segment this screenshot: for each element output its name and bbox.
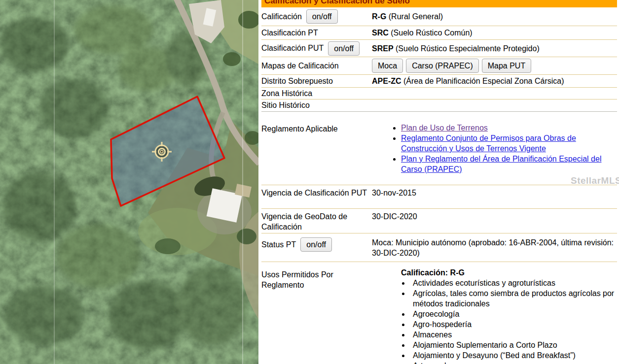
distrito-code: APE-ZC: [372, 77, 401, 85]
distrito-label: Distrito Sobrepuesto: [261, 77, 333, 86]
row-zona-historica: Zona Histórica: [261, 88, 617, 99]
clasificacion-pt-code: SRC: [372, 29, 389, 37]
moca-map-button[interactable]: Moca: [372, 59, 403, 73]
list-item: Artesanales: [410, 361, 617, 364]
list-item: Agro-hospedería: [410, 319, 617, 330]
list-item: Reglamento Conjunto de Permisos para Obr…: [401, 133, 617, 154]
vigencia-put-value: 30-nov-2015: [372, 187, 617, 199]
plan-reglamento-carso-link[interactable]: Plan y Reglamento del Área de Planificac…: [401, 155, 601, 173]
page: Calificación y Clasificación de Suelo Ca…: [0, 0, 619, 364]
clasificacion-pt-desc: (Suelo Rústico Común): [391, 29, 472, 37]
mapas-label: Mapas de Calificación: [261, 62, 339, 70]
zona-historica-value: [372, 93, 617, 95]
clasificacion-put-label: Clasificación PUT: [261, 44, 324, 53]
calificacion-desc: (Rural General): [389, 12, 443, 21]
reglamento-label: Reglamento Aplicable: [261, 125, 338, 133]
row-vigencia-put: Vigencia de Clasificación PUT 30-nov-201…: [261, 185, 617, 209]
calificacion-toggle-button[interactable]: on/off: [306, 9, 338, 24]
list-item: Plan de Uso de Terrenos: [401, 123, 617, 133]
status-pt-label: Status PT: [261, 240, 296, 249]
row-clasificacion-put: Clasificación PUT on/off SREP (Suelo Rús…: [261, 40, 617, 57]
row-clasificacion-pt: Clasificación PT SRC (Suelo Rústico Comú…: [261, 26, 617, 40]
row-sitio-historico: Sitio Histórico: [261, 99, 617, 112]
zona-historica-label: Zona Histórica: [261, 89, 312, 98]
list-item: Agrícolas, tales como siembra de product…: [410, 288, 617, 309]
clasificacion-put-code: SREP: [372, 44, 394, 53]
list-item: Almacenes: [410, 330, 617, 340]
list-item: Plan y Reglamento del Área de Planificac…: [401, 154, 617, 174]
sitio-historico-label: Sitio Histórico: [261, 101, 310, 110]
list-item: Actividades ecoturísticas y agroturístic…: [410, 278, 617, 288]
row-status-pt: Status PT on/off Moca: Municipio autónom…: [261, 233, 617, 262]
status-pt-value: Moca: Municipio autónomo (aprobado: 16-A…: [372, 236, 617, 259]
list-item: Alojamiento Suplementario a Corto Plazo: [410, 340, 617, 350]
panel-title-bar: Calificación y Clasificación de Suelo: [261, 0, 617, 7]
row-vigencia-geodato: Vigencia de GeoDato de Calificación 30-D…: [261, 209, 617, 233]
clasificacion-pt-label: Clasificación PT: [261, 29, 318, 37]
calificacion-label: Calificación: [261, 12, 302, 21]
status-pt-toggle-button[interactable]: on/off: [300, 237, 332, 252]
clasificacion-put-desc: (Suelo Rústico Especialmente Protegido): [396, 44, 540, 53]
vigencia-put-label: Vigencia de Clasificación PUT: [261, 188, 367, 198]
satellite-map[interactable]: [0, 0, 258, 364]
vigencia-geodato-value: 30-DIC-2020: [372, 210, 617, 223]
row-distrito: Distrito Sobrepuesto APE-ZC (Área de Pla…: [261, 75, 617, 88]
vigencia-geodato-label: Vigencia de GeoDato de Calificación: [261, 211, 372, 232]
clasificacion-put-toggle-button[interactable]: on/off: [328, 41, 360, 56]
row-mapas: Mapas de Calificación Moca Carso (PRAPEC…: [261, 57, 617, 75]
list-item: Agroecología: [410, 309, 617, 319]
plan-uso-terrenos-link[interactable]: Plan de Uso de Terrenos: [401, 124, 488, 132]
mapa-put-button[interactable]: Mapa PUT: [482, 59, 531, 73]
land-classification-panel: Calificación y Clasificación de Suelo Ca…: [261, 0, 617, 364]
section-usos-permitidos: Usos Permitidos Por Reglamento Calificac…: [261, 262, 617, 364]
calificacion-code: R-G: [372, 12, 386, 21]
sitio-historico-value: [372, 104, 617, 106]
usos-heading: Calificación: R-G: [401, 267, 617, 278]
row-calificacion: Calificación on/off R-G (Rural General): [261, 7, 617, 26]
distrito-desc: (Área de Planificación Especial Zona Cár…: [403, 77, 564, 85]
list-item: Alojamiento y Desayuno (“Bed and Breakfa…: [410, 350, 617, 361]
panel-title: Calificación y Clasificación de Suelo: [264, 0, 410, 6]
carso-prapec-map-button[interactable]: Carso (PRAPEC): [406, 59, 479, 73]
usos-label: Usos Permitidos Por Reglamento: [261, 269, 372, 290]
section-reglamento: Reglamento Aplicable Plan de Uso de Terr…: [261, 119, 617, 185]
reglamento-conjunto-link[interactable]: Reglamento Conjunto de Permisos para Obr…: [401, 134, 576, 153]
